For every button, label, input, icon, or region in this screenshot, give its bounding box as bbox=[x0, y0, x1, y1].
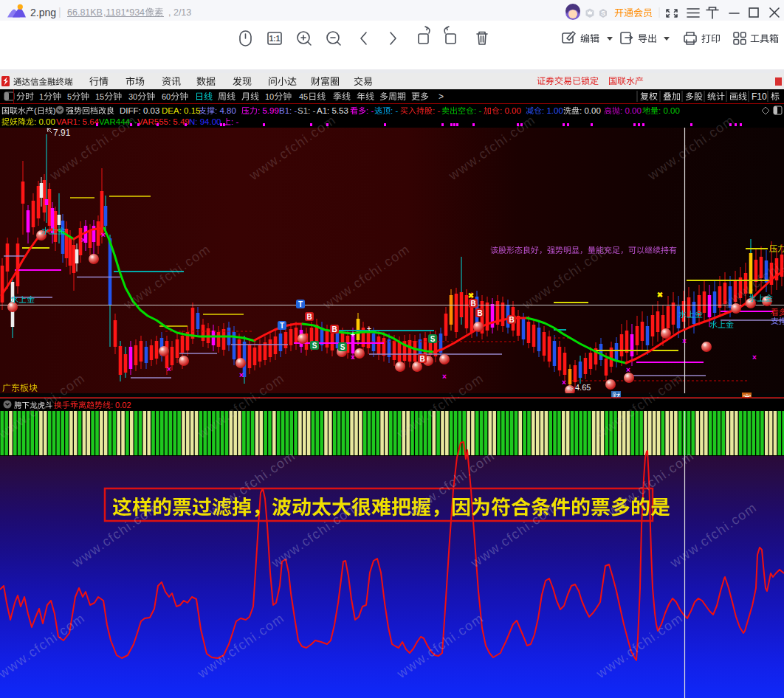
svg-text:: 0.00: : 0.00 bbox=[500, 106, 521, 115]
svg-text:S: S bbox=[430, 335, 436, 343]
svg-text:×: × bbox=[562, 379, 566, 387]
svg-text:×: × bbox=[167, 365, 171, 373]
svg-text:F10: F10 bbox=[752, 91, 767, 102]
svg-text:(: ( bbox=[34, 106, 37, 115]
svg-text:T: T bbox=[280, 322, 284, 330]
svg-text:×: × bbox=[81, 236, 86, 244]
svg-text:: -: : - bbox=[366, 106, 374, 115]
svg-text:B: B bbox=[306, 313, 312, 321]
svg-text:): ) bbox=[53, 106, 56, 115]
svg-text:: 0.00: : 0.00 bbox=[620, 106, 642, 115]
svg-text:B: B bbox=[477, 309, 482, 317]
svg-text:B: B bbox=[331, 325, 337, 334]
svg-text:: -: : - bbox=[231, 117, 238, 126]
svg-text:30: 30 bbox=[128, 92, 137, 101]
svg-text:15: 15 bbox=[95, 92, 104, 101]
svg-text:: 0.02: : 0.02 bbox=[111, 401, 131, 410]
svg-text:: 4.80: : 4.80 bbox=[215, 106, 236, 115]
svg-text:✖: ✖ bbox=[468, 291, 474, 300]
svg-text:5: 5 bbox=[67, 92, 72, 101]
svg-text:45: 45 bbox=[299, 92, 308, 101]
svg-text:: 0.00: : 0.00 bbox=[34, 117, 55, 126]
svg-text:×: × bbox=[239, 371, 244, 379]
svg-text:T: T bbox=[298, 300, 303, 308]
svg-text:VAR555: 5.49: VAR555: 5.49 bbox=[137, 117, 190, 126]
svg-text:10: 10 bbox=[265, 92, 274, 101]
svg-text:7.91: 7.91 bbox=[53, 128, 71, 138]
svg-text:: -: : - bbox=[474, 106, 481, 115]
svg-text:×: × bbox=[626, 366, 630, 374]
svg-text:A1: 5.53: A1: 5.53 bbox=[317, 106, 348, 115]
svg-text:1: 1 bbox=[39, 92, 44, 101]
svg-text:×: × bbox=[101, 231, 106, 239]
svg-text:: 1.00: : 1.00 bbox=[542, 106, 563, 115]
svg-text:B: B bbox=[470, 300, 475, 308]
svg-text:×: × bbox=[351, 353, 355, 362]
svg-text:S: S bbox=[340, 343, 345, 351]
svg-text:×: × bbox=[682, 337, 687, 345]
svg-text:B: B bbox=[419, 355, 424, 363]
svg-text:: 0.00: : 0.00 bbox=[659, 106, 680, 115]
svg-text:S: S bbox=[312, 342, 317, 350]
svg-text:4.65: 4.65 bbox=[575, 383, 591, 392]
svg-text:>: > bbox=[439, 91, 444, 102]
svg-text:×: × bbox=[442, 373, 447, 381]
svg-text:×: × bbox=[752, 353, 757, 362]
svg-text:+: + bbox=[351, 330, 355, 339]
svg-text:DEA: 0.15: DEA: 0.15 bbox=[162, 106, 200, 115]
svg-text:+: + bbox=[367, 324, 371, 333]
svg-text:B1: -: B1: - bbox=[279, 106, 297, 115]
svg-text:S1: -: S1: - bbox=[298, 106, 315, 115]
svg-text:60: 60 bbox=[162, 92, 171, 101]
svg-text:: -: : - bbox=[433, 106, 440, 115]
svg-text:DIFF: 0.03: DIFF: 0.03 bbox=[120, 106, 159, 115]
svg-text:B: B bbox=[509, 316, 514, 324]
svg-text:: 0.00: : 0.00 bbox=[580, 106, 601, 115]
svg-text:: 5.99: : 5.99 bbox=[258, 106, 279, 115]
svg-text:✖: ✖ bbox=[657, 291, 663, 299]
svg-text:VAR1: 5.64: VAR1: 5.64 bbox=[56, 117, 100, 126]
svg-text:: -: : - bbox=[391, 106, 398, 115]
svg-text:N: 94.00: N: 94.00 bbox=[189, 117, 221, 126]
